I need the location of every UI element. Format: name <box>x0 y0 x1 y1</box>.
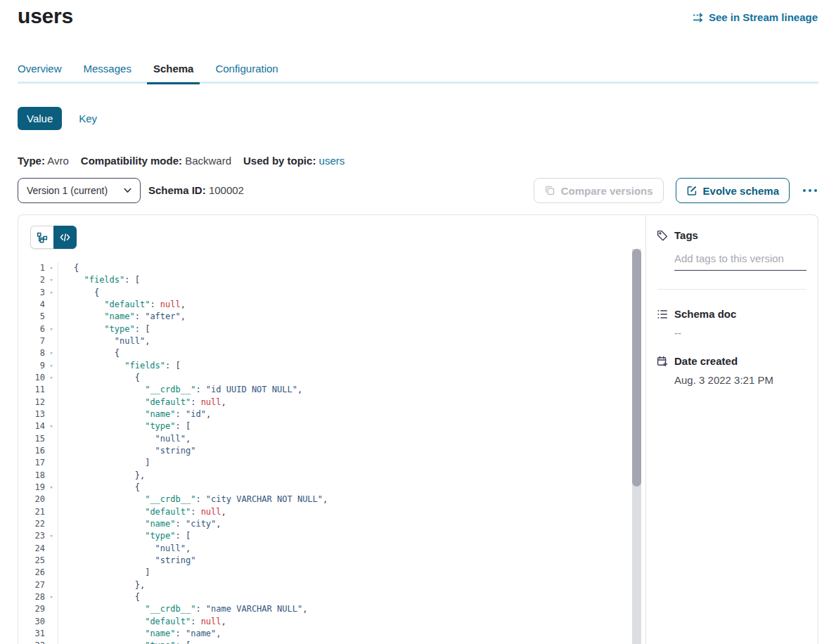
code-editor[interactable]: 1▾{2▾ "fields": [3▾ {4 "default": null,5… <box>18 262 645 644</box>
code-line: 31 "name": "name", <box>18 628 645 640</box>
line-number: 2 <box>18 274 45 286</box>
fold-toggle-icon[interactable]: ▾ <box>45 591 58 603</box>
fold-toggle-icon[interactable]: ▾ <box>45 482 58 494</box>
fold-spacer <box>45 433 58 445</box>
value-toggle-button[interactable]: Value <box>18 107 62 130</box>
tab-overview[interactable]: Overview <box>18 63 62 84</box>
line-number: 12 <box>18 397 45 408</box>
code-text: "__crdb__": "name VARCHAR NULL", <box>58 603 307 615</box>
code-text: ] <box>58 457 150 469</box>
fold-spacer <box>45 518 58 530</box>
code-line: 14▾ "type": [ <box>18 420 645 432</box>
bulleted-list-icon <box>657 309 668 320</box>
schema-id: Schema ID: 100002 <box>148 184 244 196</box>
code-text: "null", <box>58 335 150 347</box>
fold-spacer <box>45 567 58 579</box>
fold-toggle-icon[interactable]: ▾ <box>45 640 58 644</box>
fold-spacer <box>45 335 58 347</box>
fold-toggle-icon[interactable]: ▾ <box>45 347 58 359</box>
fold-toggle-icon[interactable]: ▾ <box>45 530 58 542</box>
code-line: 13 "name": "id", <box>18 408 645 420</box>
line-number: 31 <box>18 628 45 640</box>
line-number: 19 <box>18 482 45 494</box>
sidebar-divider <box>657 289 806 290</box>
code-line: 15 "null", <box>18 433 645 445</box>
key-toggle-button[interactable]: Key <box>79 112 97 124</box>
code-text: "null", <box>58 543 191 555</box>
hierarchy-tree-icon <box>37 232 48 243</box>
fold-toggle-icon[interactable]: ▾ <box>45 420 58 432</box>
fold-spacer <box>45 384 58 396</box>
code-text: "default": null, <box>58 506 226 518</box>
stream-lineage-icon <box>692 12 704 23</box>
evolve-schema-button[interactable]: Evolve schema <box>676 178 790 203</box>
code-line: 18 }, <box>18 470 645 482</box>
fold-spacer <box>45 555 58 567</box>
code-text: "type": [ <box>58 323 150 335</box>
code-line: 26 ] <box>18 567 645 579</box>
code-line: 29 "__crdb__": "name VARCHAR NULL", <box>18 603 645 615</box>
code-text: "fields": [ <box>58 360 181 372</box>
code-text: "type": [ <box>58 530 191 542</box>
fold-toggle-icon[interactable]: ▾ <box>45 372 58 384</box>
code-text: }, <box>58 579 145 591</box>
add-tags-input[interactable] <box>674 252 806 271</box>
evolve-schema-icon <box>686 185 697 196</box>
line-number: 13 <box>18 408 45 420</box>
editor-scrollbar-thumb[interactable] <box>632 249 641 487</box>
editor-view-toggle <box>30 226 77 249</box>
date-created-section: Date created Aug. 3 2022 3:21 PM <box>657 355 806 386</box>
fold-toggle-icon[interactable]: ▾ <box>45 323 58 335</box>
code-line: 3▾ { <box>18 287 645 299</box>
stream-lineage-label: See in Stream lineage <box>709 11 818 23</box>
code-text: "__crdb__": "id UUID NOT NULL", <box>58 384 302 396</box>
fold-spacer <box>45 408 58 420</box>
code-line: 21 "default": null, <box>18 506 645 518</box>
line-number: 3 <box>18 287 45 299</box>
version-select[interactable]: Version 1 (current) <box>18 178 141 203</box>
ellipsis-icon <box>803 189 806 192</box>
code-line: 19▾ { <box>18 482 645 494</box>
more-options-button[interactable] <box>802 185 818 196</box>
code-text: { <box>58 262 79 274</box>
line-number: 15 <box>18 433 45 445</box>
editor-scrollbar-track[interactable] <box>632 249 641 644</box>
fold-spacer <box>45 628 58 640</box>
fold-spacer <box>45 616 58 628</box>
code-text: ] <box>58 567 150 579</box>
line-number: 1 <box>18 262 45 274</box>
fold-toggle-icon[interactable]: ▾ <box>45 360 58 372</box>
code-text: { <box>58 347 120 359</box>
code-line: 2▾ "fields": [ <box>18 274 645 286</box>
value-key-segmented-control: Value Key <box>18 107 97 130</box>
line-number: 10 <box>18 372 45 384</box>
code-text: { <box>58 372 140 384</box>
line-number: 16 <box>18 445 45 457</box>
fold-toggle-icon[interactable]: ▾ <box>45 262 58 274</box>
tab-configuration[interactable]: Configuration <box>215 63 278 84</box>
line-number: 30 <box>18 616 45 628</box>
code-text: }, <box>58 470 145 482</box>
fold-toggle-icon[interactable]: ▾ <box>45 287 58 299</box>
tree-view-button[interactable] <box>30 226 53 249</box>
code-text: "type": [ <box>58 640 191 644</box>
meta-compatibility-mode: Compatibility mode: Backward <box>81 155 231 167</box>
code-line: 6▾ "type": [ <box>18 323 645 335</box>
stream-lineage-link[interactable]: See in Stream lineage <box>692 11 818 23</box>
code-line: 12 "default": null, <box>18 397 645 408</box>
compare-versions-button[interactable]: Compare versions <box>534 178 664 203</box>
tab-schema[interactable]: Schema <box>147 63 200 84</box>
code-view-button[interactable] <box>53 226 77 249</box>
code-line: 4 "default": null, <box>18 299 645 311</box>
fold-spacer <box>45 311 58 323</box>
schema-doc-section: Schema doc -- <box>657 308 806 339</box>
line-number: 23 <box>18 530 45 542</box>
fold-spacer <box>45 397 58 408</box>
fold-spacer <box>45 506 58 518</box>
version-select-value: Version 1 (current) <box>27 185 124 196</box>
topic-users-link[interactable]: users <box>319 155 345 167</box>
tab-messages[interactable]: Messages <box>84 63 131 84</box>
meta-type: Type: Avro <box>18 155 69 167</box>
line-number: 8 <box>18 347 45 359</box>
fold-toggle-icon[interactable]: ▾ <box>45 274 58 286</box>
